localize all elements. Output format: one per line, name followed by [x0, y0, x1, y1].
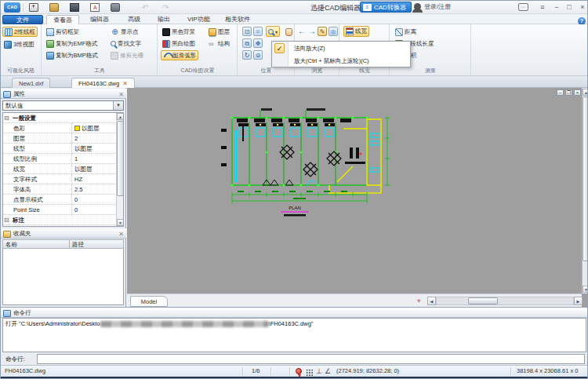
close-favorites-icon[interactable]: ✕	[118, 230, 124, 239]
favorites-list[interactable]	[2, 249, 124, 305]
canvas-hscrollbar[interactable]	[436, 297, 574, 305]
scroll-up-icon[interactable]: ▲	[117, 113, 124, 120]
black-background-button[interactable]: 黑色背景	[161, 27, 197, 37]
view-3d-button[interactable]: 3维视图	[2, 39, 36, 49]
cad-converter-button[interactable]: ≡ CAD转换器	[360, 2, 412, 13]
zoom-extents-icon[interactable]: ⊡	[242, 27, 252, 36]
scroll-thumb[interactable]	[117, 121, 124, 196]
property-row[interactable]: ⊟一般设置	[3, 113, 123, 123]
tab-file[interactable]: 文件	[2, 15, 43, 24]
collapse-icon[interactable]: ⊟	[4, 115, 11, 122]
maximize-button[interactable]: □	[562, 2, 576, 13]
export-pdf-icon[interactable]	[90, 3, 100, 12]
pan-button[interactable]	[284, 27, 294, 37]
preset-dropdown[interactable]: 默认值 ▼	[2, 100, 124, 111]
fit-view-icon[interactable]: ✥	[253, 38, 263, 48]
property-row[interactable]: 字体高2.5	[3, 184, 123, 195]
model-tab[interactable]: Model	[130, 296, 168, 307]
wireframe-2d-button[interactable]: 2维线框	[2, 27, 38, 37]
tab-editor[interactable]: 编辑器	[84, 15, 115, 24]
doc-tab-fh04163c[interactable]: FH04163C.dwg✕	[71, 78, 135, 88]
property-row[interactable]: 线宽以图层	[3, 164, 123, 174]
close-properties-icon[interactable]: ✕	[118, 90, 124, 100]
property-row[interactable]: 点显示模式0	[3, 195, 123, 205]
close-button[interactable]: ×	[575, 2, 588, 13]
hscroll-thumb[interactable]	[468, 297, 498, 304]
undo-icon[interactable]: ↶	[142, 3, 151, 12]
markup-icon[interactable]: ✎	[318, 27, 327, 36]
structure-button[interactable]: ∞ 结构	[207, 38, 231, 49]
scroll-up-icon[interactable]: ▲	[583, 89, 588, 96]
copy-bmp-button[interactable]: 复制为BMP格式	[45, 50, 100, 60]
property-value[interactable]: 以图层	[72, 164, 93, 174]
property-value[interactable]: 0	[72, 195, 78, 205]
smooth-arc-button[interactable]: 圆滑弧形	[161, 50, 198, 60]
doc-tab-new1[interactable]: New1.dxf	[12, 78, 50, 88]
property-value[interactable]: 以图层	[72, 123, 100, 133]
property-scrollbar[interactable]: ▲ ▼	[116, 113, 123, 226]
close-tab-icon[interactable]: ✕	[122, 80, 128, 87]
rotate-view-icon[interactable]: ↻	[242, 50, 252, 60]
tab-related-software[interactable]: 相关软件	[219, 15, 256, 24]
grid-icon[interactable]	[306, 369, 314, 376]
property-row[interactable]: Point Size0	[3, 205, 123, 215]
hscroll-right-icon[interactable]: ▶	[574, 297, 583, 305]
forward-button[interactable]: →	[307, 26, 318, 36]
back-button[interactable]: ←	[296, 26, 307, 36]
bw-drawing-button[interactable]: 黑白绘图	[161, 38, 197, 49]
tab-viewer[interactable]: 查看器	[46, 15, 79, 24]
hscroll-left-icon[interactable]: ◀	[427, 297, 436, 305]
show-points-button[interactable]: ⊕ 显示点	[109, 27, 140, 37]
chevron-down-icon[interactable]: ▼	[113, 101, 123, 110]
polar-icon[interactable]: ∠	[325, 366, 331, 377]
snap-pin-icon[interactable]	[296, 368, 302, 374]
mdi-restore-icon[interactable]: ❐	[565, 89, 572, 96]
tab-vip[interactable]: VIP功能	[181, 15, 216, 24]
column-path[interactable]: 路径	[70, 239, 124, 249]
column-name[interactable]: 名称	[2, 239, 70, 249]
property-row[interactable]: 色彩以图层	[3, 123, 123, 133]
property-value[interactable]: 以图层	[72, 144, 93, 154]
menu-item-zoom-normal[interactable]: 法向放大(Z)	[289, 42, 325, 55]
copy-emf-button[interactable]: 复制为EMF格式	[45, 38, 99, 49]
zoom-window-icon[interactable]: ⌗	[253, 27, 263, 36]
property-value[interactable]: 2.5	[72, 184, 82, 195]
redo-icon[interactable]: ↷	[162, 3, 172, 12]
open-file-icon[interactable]	[49, 3, 59, 12]
pan-copy-icon[interactable]: ⧉	[242, 38, 252, 48]
property-row[interactable]: ⊟标注	[3, 215, 123, 225]
menu-item-zoom-wheel[interactable]: 放大(Ctrl + 鼠标向上滚轮)(C)	[289, 55, 369, 67]
print-icon[interactable]	[111, 3, 120, 12]
cut-frame-button[interactable]: 剪切框架	[45, 27, 81, 37]
property-value[interactable]: 1	[72, 154, 78, 164]
scroll-thumb[interactable]	[583, 97, 588, 261]
feedback-icon[interactable]: ⋯	[518, 3, 528, 11]
layers-button[interactable]: 图层	[207, 27, 231, 37]
stamp-icon[interactable]: ◎	[328, 27, 338, 36]
login-button[interactable]: 登录/注册	[414, 2, 451, 11]
scroll-down-icon[interactable]: ▼	[117, 219, 124, 226]
tab-advanced[interactable]: 高级	[122, 15, 147, 24]
new-file-icon[interactable]	[29, 3, 38, 12]
menu-icon[interactable]: ≡	[535, 2, 550, 13]
property-value[interactable]: 2	[72, 133, 78, 144]
property-row[interactable]: 线型以图层	[3, 144, 123, 154]
layout-nav-icon[interactable]: ♥	[417, 298, 421, 304]
canvas-vscrollbar[interactable]: ▲ ▼	[582, 88, 588, 293]
property-row[interactable]: 线型比例1	[3, 154, 123, 164]
tab-output[interactable]: 输出	[151, 15, 176, 24]
linewidth-toggle-button[interactable]: 线宽	[343, 26, 369, 37]
drawing-canvas[interactable]: − ❐ ×	[127, 88, 588, 307]
distance-button[interactable]: 距离	[394, 27, 418, 37]
zoom-dropdown-button[interactable]: ▾	[266, 26, 280, 37]
ortho-icon[interactable]: ⊥	[316, 366, 322, 377]
save-icon[interactable]	[70, 3, 79, 12]
property-row[interactable]: 文字样式HZ	[3, 174, 123, 184]
property-row[interactable]: 图层2	[3, 133, 123, 144]
find-text-button[interactable]: 查找文字	[109, 38, 143, 49]
command-log[interactable]: 打开 "C:\Users\Administrator\Deskto\FH0416…	[2, 318, 586, 352]
zoom-prev-icon[interactable]: ⊜	[253, 50, 263, 60]
property-value[interactable]: 0	[72, 205, 78, 215]
collapse-icon[interactable]: ⊟	[4, 217, 11, 224]
command-input[interactable]	[37, 354, 585, 364]
